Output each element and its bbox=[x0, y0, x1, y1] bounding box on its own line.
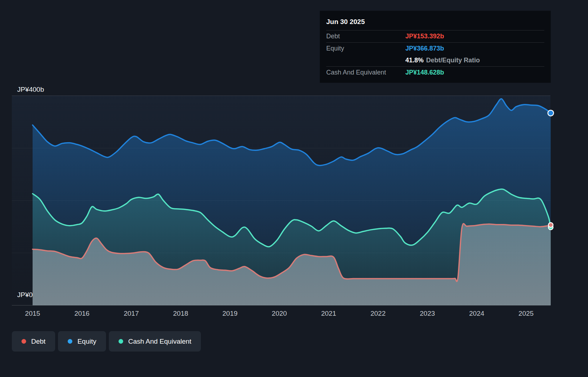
x-tick-2025: 2025 bbox=[519, 310, 534, 317]
tooltip-date: Jun 30 2025 bbox=[326, 14, 544, 30]
x-tick-2024: 2024 bbox=[469, 310, 485, 317]
x-tick-2020: 2020 bbox=[272, 310, 287, 317]
chart-tooltip: Jun 30 2025 Debt JP¥153.392b Equity JP¥3… bbox=[320, 11, 551, 83]
tooltip-row-cash: Cash And Equivalent JP¥148.628b bbox=[326, 67, 544, 78]
cash-legend-dot-icon bbox=[119, 339, 123, 344]
legend-equity-label: Equity bbox=[77, 338, 96, 345]
y-axis-label-zero: JP¥0 bbox=[17, 291, 33, 299]
tooltip-debt-value: JP¥153.392b bbox=[405, 33, 444, 40]
x-tick-2017: 2017 bbox=[124, 310, 139, 317]
debt-equity-history-chart-page: { "tooltip": { "date": "Jun 30 2025", "r… bbox=[0, 0, 588, 377]
x-tick-2016: 2016 bbox=[74, 310, 90, 317]
tooltip-debt-label: Debt bbox=[326, 33, 340, 40]
tooltip-row-equity: Equity JP¥366.873b bbox=[326, 43, 544, 54]
legend-item-cash[interactable]: Cash And Equivalent bbox=[109, 331, 201, 352]
tooltip-equity-label: Equity bbox=[326, 45, 344, 52]
tooltip-cash-value: JP¥148.628b bbox=[405, 69, 444, 76]
chart-legend: Debt Equity Cash And Equivalent bbox=[12, 331, 201, 352]
equity-legend-dot-icon bbox=[68, 339, 72, 344]
legend-cash-label: Cash And Equivalent bbox=[128, 338, 191, 345]
tooltip-ratio: 41.8%Debt/Equity Ratio bbox=[405, 57, 480, 64]
x-tick-2018: 2018 bbox=[173, 310, 188, 317]
tooltip-ratio-label: Debt/Equity Ratio bbox=[426, 57, 480, 64]
legend-debt-label: Debt bbox=[31, 338, 45, 345]
x-tick-2021: 2021 bbox=[321, 310, 336, 317]
x-tick-2019: 2019 bbox=[222, 310, 237, 317]
x-tick-2022: 2022 bbox=[370, 310, 385, 317]
y-axis-label-max: JP¥400b bbox=[17, 86, 44, 94]
x-tick-2023: 2023 bbox=[420, 310, 435, 317]
endpoint-equity bbox=[548, 110, 554, 116]
tooltip-row-debt: Debt JP¥153.392b bbox=[326, 30, 544, 43]
tooltip-ratio-value: 41.8% bbox=[405, 57, 424, 64]
tooltip-cash-label: Cash And Equivalent bbox=[326, 69, 386, 76]
debt-legend-dot-icon bbox=[21, 339, 26, 344]
legend-item-debt[interactable]: Debt bbox=[12, 331, 55, 352]
endpoint-debt bbox=[548, 223, 553, 227]
legend-item-equity[interactable]: Equity bbox=[58, 331, 106, 352]
x-tick-2015: 2015 bbox=[25, 310, 40, 317]
tooltip-row-ratio: 41.8%Debt/Equity Ratio bbox=[326, 54, 544, 67]
tooltip-equity-value: JP¥366.873b bbox=[405, 45, 444, 52]
